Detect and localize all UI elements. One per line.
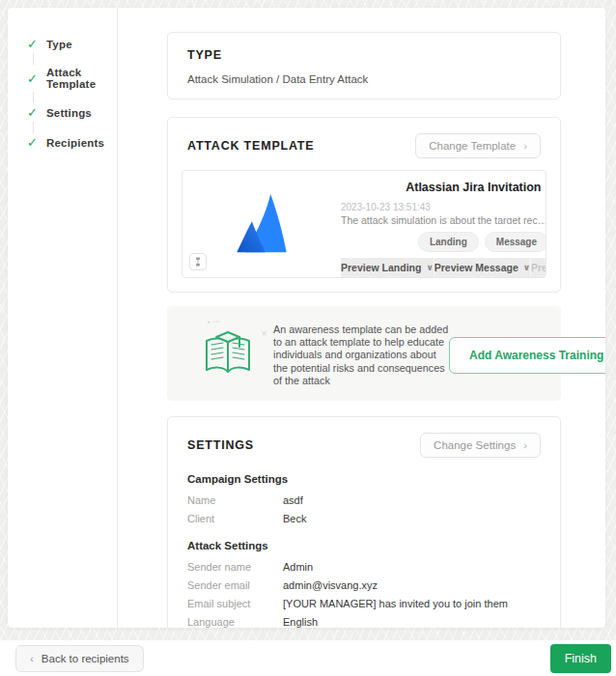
setting-label: Sender email [187,579,283,591]
step-connector [33,92,34,103]
check-icon: ✓ [27,105,46,120]
change-settings-button[interactable]: Change Settings› [420,433,541,458]
setting-value: [YOUR MANAGER] has invited you to join t… [283,598,508,609]
awareness-icon-area: ▪ ᠁ ✕ [184,322,273,378]
step-connector [33,53,34,65]
sidebar-item-recipients[interactable]: ✓ Recipients [27,135,117,150]
sidebar-item-type[interactable]: ✓ Type [27,37,117,51]
setting-row: Client Beck [182,513,546,524]
template-logo-area [182,171,341,277]
awareness-text: An awareness template can be added to an… [273,322,449,387]
step-sidebar: ✓ Type ✓ Attack Template ✓ Settings ✓ Re… [8,8,118,628]
sidebar-item-settings[interactable]: ✓ Settings [27,105,117,120]
review-content: TYPE Attack Simulation / Data Entry Atta… [119,8,605,628]
check-icon: ✓ [27,37,46,51]
chevron-right-icon: › [523,439,527,451]
setting-label: Client [187,513,283,524]
setting-value: Beck [283,513,306,524]
step-label: Recipients [46,137,104,149]
sidebar-item-attack-template[interactable]: ✓ Attack Template [27,67,117,90]
badge-message: Message [485,232,546,252]
step-connector [33,122,34,133]
template-name: Atlassian Jira Invitation [341,181,546,194]
setting-label: Email subject [187,598,283,609]
settings-card: SETTINGS Change Settings› Campaign Setti… [167,416,561,628]
data-entry-icon [193,257,203,267]
footer-action-bar: ‹Back to recipients Finish [0,640,616,676]
settings-title: SETTINGS [187,438,254,452]
setting-row: Sender name Admin [182,561,546,573]
decorative-dots: ▪ ᠁ [208,318,220,326]
step-label: Attack Template [46,67,117,90]
type-card-title: TYPE [187,48,222,62]
setting-label: Language [187,616,283,628]
setting-row: Email subject [YOUR MANAGER] has invited… [182,598,546,609]
setting-value: admin@visvang.xyz [283,579,378,591]
check-icon: ✓ [27,135,46,150]
setting-row: Name asdf [182,494,546,506]
template-info: Atlassian Jira Invitation 2023-10-23 13:… [341,171,546,277]
preview-landing-button[interactable]: Preview Landing∨ [341,258,434,277]
setting-value: Admin [283,561,313,573]
decorative-x-icon: ✕ [261,329,267,338]
chevron-down-icon: ∨ [523,263,530,272]
badge-landing: Landing [418,232,479,252]
type-value: Attack Simulation / Data Entry Attack [182,62,546,89]
preview-message-button[interactable]: Preview Message∨ [434,258,530,277]
awareness-training-icon [201,327,257,378]
finish-button[interactable]: Finish [550,644,611,673]
type-card: TYPE Attack Simulation / Data Entry Atta… [167,32,561,99]
setting-value: asdf [283,494,303,506]
attack-template-card: ATTACK TEMPLATE Change Template› [167,117,561,293]
chevron-left-icon: ‹ [30,653,34,664]
awareness-banner: ▪ ᠁ ✕ An awareness template can be added… [167,306,561,401]
setting-value: English [283,616,318,628]
wizard-panel: ✓ Type ✓ Attack Template ✓ Settings ✓ Re… [8,8,605,628]
setting-label: Sender name [187,561,283,573]
setting-row: Language English [182,616,546,628]
template-description: The attack simulation is about the targe… [341,214,546,224]
template-preview-card: Atlassian Jira Invitation 2023-10-23 13:… [182,170,546,278]
template-date: 2023-10-23 13:51:43 [341,202,546,212]
back-to-recipients-button[interactable]: ‹Back to recipients [15,645,144,672]
campaign-settings-heading: Campaign Settings [187,473,541,485]
chevron-right-icon: › [523,140,527,152]
attack-settings-heading: Attack Settings [187,540,541,551]
preview-bar: Preview Landing∨ Preview Message∨ Previe… [341,258,546,277]
atlassian-logo-icon [230,192,294,256]
setting-label: Name [187,494,283,506]
setting-row: Sender email admin@visvang.xyz [182,579,546,591]
attack-template-title: ATTACK TEMPLATE [187,139,314,153]
template-kind-badge [189,253,207,270]
step-label: Type [46,39,72,50]
template-badges: Landing Message Lure [341,232,546,252]
preview-lure-button: Preview Lure∨ [530,258,546,277]
chevron-down-icon: ∨ [426,263,433,272]
add-awareness-training-button[interactable]: Add Awareness Training [449,337,605,374]
step-label: Settings [46,107,92,119]
change-template-button[interactable]: Change Template› [415,133,541,158]
check-icon: ✓ [27,71,46,86]
